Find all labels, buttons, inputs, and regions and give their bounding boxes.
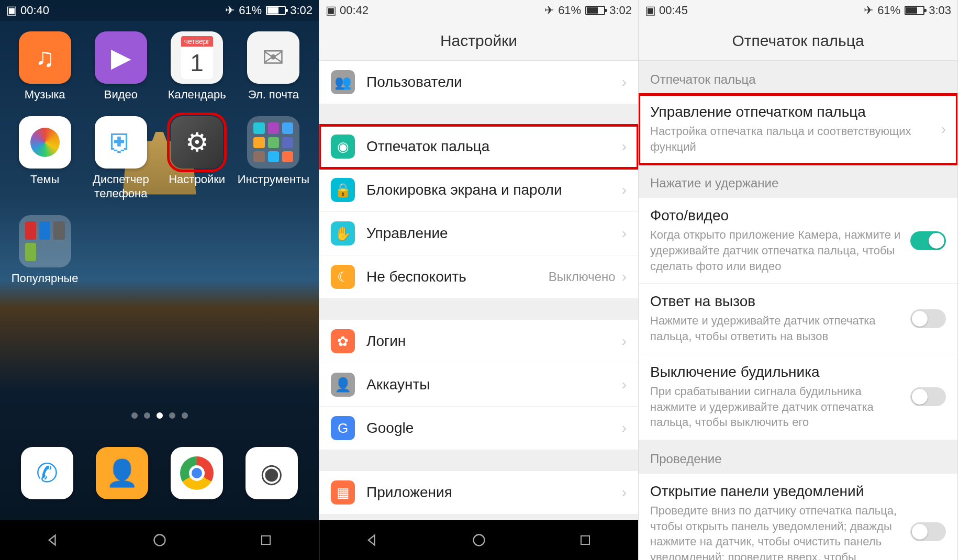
record-time: 00:45 [659, 4, 688, 17]
record-time: 00:40 [20, 4, 49, 17]
music-icon: ♫ [19, 31, 71, 84]
row-manage-fingerprint[interactable]: Управление отпечатком пальца Настройка о… [639, 94, 957, 164]
nav-back[interactable] [42, 529, 65, 552]
shield-icon: ⛨ [95, 116, 147, 169]
page-indicator [0, 412, 319, 434]
row-control[interactable]: ✋ Управление › [319, 212, 638, 255]
dock: ✆ 👤 ◉ [0, 434, 319, 520]
row-login[interactable]: ✿ Логин › [319, 320, 638, 363]
lock-icon: 🔒 [331, 178, 355, 202]
chrome-icon [171, 447, 223, 499]
folder-icon [247, 116, 299, 169]
row-apps[interactable]: ▦ Приложения › [319, 471, 638, 514]
dock-contacts[interactable]: 👤 [96, 447, 148, 499]
record-icon: ▣ [6, 4, 17, 17]
svg-rect-3 [581, 536, 589, 544]
status-bar: ▣ 00:45 ✈ 61% 3:03 [639, 0, 957, 21]
page-title: Отпечаток пальца [639, 21, 957, 61]
toggle-alarm[interactable] [910, 387, 946, 406]
chevron-right-icon: › [622, 268, 627, 285]
record-time: 00:42 [340, 4, 369, 17]
battery-icon [585, 6, 605, 15]
email-icon: ✉ [247, 31, 299, 84]
svg-point-2 [473, 535, 484, 546]
chevron-right-icon: › [622, 225, 627, 242]
fingerprint-list[interactable]: Отпечаток пальца Управление отпечатком п… [639, 61, 957, 560]
contacts-icon: 👤 [96, 447, 148, 499]
account-icon: 👤 [331, 373, 355, 397]
app-calendar[interactable]: четверг1 Календарь [162, 31, 232, 102]
dock-camera[interactable]: ◉ [246, 447, 298, 499]
chevron-right-icon: › [622, 484, 627, 501]
row-notifications[interactable]: Открытие панели уведомлений Проведите вн… [639, 474, 957, 560]
themes-icon [19, 116, 71, 169]
row-users[interactable]: 👥 Пользователи › [319, 61, 638, 104]
camera-icon: ◉ [246, 447, 298, 499]
settings-screen: ▣ 00:42 ✈ 61% 3:02 Настройки 👥 Пользоват… [319, 0, 639, 560]
nav-home[interactable] [467, 529, 490, 552]
moon-icon: ☾ [331, 265, 355, 289]
section-press-hold: Нажатие и удержание [639, 164, 957, 198]
record-icon: ▣ [645, 4, 656, 17]
nav-back[interactable] [361, 529, 384, 552]
dock-chrome[interactable] [171, 447, 223, 499]
clock: 3:02 [290, 4, 313, 17]
section-fingerprint: Отпечаток пальца [639, 61, 957, 94]
chevron-right-icon: › [622, 333, 627, 350]
row-dnd[interactable]: ☾ Не беспокоить Выключено › [319, 255, 638, 299]
home-screen: ▣ 00:40 ✈ 61% 3:02 ♫ Музыка ▶ Видео четв… [0, 0, 319, 560]
battery-icon [266, 6, 286, 15]
nav-recent[interactable] [254, 529, 277, 552]
nav-bar [319, 520, 638, 560]
row-lockscreen[interactable]: 🔒 Блокировка экрана и пароли › [319, 169, 638, 212]
app-popular-folder[interactable]: Популярные [9, 215, 80, 285]
airplane-icon: ✈ [225, 4, 235, 17]
battery-icon [905, 6, 924, 15]
row-alarm-off[interactable]: Выключение будильника При срабатывании с… [639, 354, 957, 440]
nav-bar [0, 520, 319, 560]
app-themes[interactable]: Темы [9, 116, 80, 200]
fingerprint-icon: ◉ [331, 135, 355, 159]
home-content: ♫ Музыка ▶ Видео четверг1 Календарь ✉ Эл… [0, 21, 319, 391]
chevron-right-icon: › [622, 138, 627, 155]
clock: 3:02 [609, 4, 632, 17]
calendar-icon: четверг1 [171, 31, 223, 84]
app-video[interactable]: ▶ Видео [85, 31, 156, 102]
nav-home[interactable] [148, 529, 171, 552]
gear-icon: ⚙ [171, 116, 223, 169]
apps-icon: ▦ [331, 480, 355, 505]
chevron-right-icon: › [622, 74, 627, 91]
app-email[interactable]: ✉ Эл. почта [238, 31, 309, 102]
phone-icon: ✆ [21, 447, 73, 499]
row-accounts[interactable]: 👤 Аккаунты › [319, 363, 638, 407]
chevron-right-icon: › [941, 121, 946, 138]
record-icon: ▣ [326, 4, 337, 17]
airplane-icon: ✈ [864, 4, 873, 17]
dock-phone[interactable]: ✆ [21, 447, 73, 499]
page-title: Настройки [319, 21, 638, 61]
chevron-right-icon: › [622, 182, 627, 198]
toggle-photo[interactable] [910, 231, 946, 250]
airplane-icon: ✈ [544, 4, 554, 17]
hand-icon: ✋ [331, 221, 355, 245]
app-phone-manager[interactable]: ⛨ Диспетчер телефона [85, 116, 156, 200]
row-answer-call[interactable]: Ответ на вызов Нажмите и удерживайте дат… [639, 284, 957, 354]
google-icon: G [331, 416, 355, 440]
toggle-answer[interactable] [910, 309, 946, 328]
app-settings[interactable]: ⚙ Настройки [162, 116, 232, 200]
row-google[interactable]: G Google › [319, 407, 638, 450]
row-photo-video[interactable]: Фото/видео Когда открыто приложение Каме… [639, 198, 957, 284]
toggle-notif[interactable] [910, 522, 946, 541]
fingerprint-screen: ▣ 00:45 ✈ 61% 3:03 Отпечаток пальца Отпе… [639, 0, 958, 560]
battery-pct: 61% [877, 4, 900, 17]
app-music[interactable]: ♫ Музыка [9, 31, 80, 102]
clock: 3:03 [929, 4, 951, 17]
app-tools-folder[interactable]: Инструменты [238, 116, 309, 200]
video-icon: ▶ [95, 31, 147, 84]
huawei-icon: ✿ [331, 329, 355, 353]
nav-recent[interactable] [574, 529, 597, 552]
battery-pct: 61% [558, 4, 581, 17]
chevron-right-icon: › [622, 420, 627, 436]
settings-list[interactable]: 👥 Пользователи › ◉ Отпечаток пальца › 🔒 … [319, 61, 638, 520]
row-fingerprint[interactable]: ◉ Отпечаток пальца › [319, 125, 638, 169]
